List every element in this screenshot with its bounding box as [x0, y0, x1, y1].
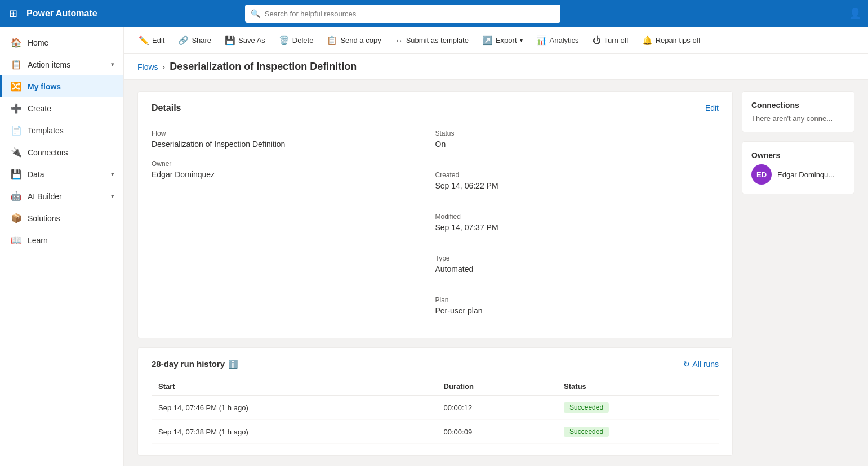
- owner-item: ED Edgar Dominqu...: [751, 164, 845, 185]
- refresh-icon: ↻: [683, 360, 690, 369]
- connectors-icon: 🔌: [11, 147, 22, 158]
- data-icon: 💾: [11, 169, 22, 180]
- sidebar-label-home: Home: [28, 38, 48, 47]
- detail-plan-label: Plan: [435, 296, 719, 304]
- detail-status-value: On: [435, 140, 719, 149]
- chevron-down-icon: ▾: [111, 61, 114, 68]
- edit-icon: ✏️: [139, 35, 149, 46]
- detail-created: Created Sep 14, 06:22 PM: [435, 171, 719, 190]
- learn-icon: 📖: [11, 235, 22, 245]
- breadcrumb-flows-link[interactable]: Flows: [137, 62, 158, 71]
- sidebar-item-ai-builder[interactable]: 🤖 AI Builder ▾: [0, 185, 123, 207]
- turn-off-icon: ⏻: [593, 35, 601, 45]
- detail-status-label: Status: [435, 129, 719, 137]
- status-badge: Succeeded: [564, 427, 609, 437]
- run-duration: 00:00:09: [437, 420, 558, 444]
- detail-type-label: Type: [435, 254, 719, 262]
- detail-status: Status On: [435, 129, 719, 149]
- repair-tips-button[interactable]: 🔔 Repair tips off: [636, 32, 706, 49]
- detail-owner-label: Owner: [152, 160, 435, 168]
- detail-created-label: Created: [435, 171, 719, 179]
- details-left: Flow Deserialization of Inspection Defin…: [152, 129, 435, 326]
- home-icon: 🏠: [11, 37, 22, 48]
- sidebar-item-my-flows[interactable]: 🔀 My flows: [0, 75, 123, 97]
- sidebar-label-learn: Learn: [28, 236, 48, 245]
- detail-flow-label: Flow: [152, 129, 435, 137]
- waffle-icon[interactable]: ⊞: [7, 5, 20, 22]
- run-history-title: 28-day run history: [152, 359, 225, 369]
- table-row[interactable]: Sep 14, 07:38 PM (1 h ago) 00:00:09 Succ…: [152, 420, 719, 444]
- sidebar-item-connectors[interactable]: 🔌 Connectors: [0, 141, 123, 163]
- page-content: Details Edit Flow Deserialization of Ins…: [124, 80, 868, 466]
- sidebar-item-create[interactable]: ➕ Create: [0, 97, 123, 119]
- breadcrumb-separator: ›: [163, 62, 166, 71]
- user-icon[interactable]: 👤: [849, 7, 861, 20]
- solutions-icon: 📦: [11, 213, 22, 223]
- sidebar-label-solutions: Solutions: [28, 214, 60, 223]
- sidebar-label-templates: Templates: [28, 126, 64, 135]
- detail-created-value: Sep 14, 06:22 PM: [435, 181, 719, 190]
- search-input[interactable]: [265, 10, 555, 18]
- details-edit-link[interactable]: Edit: [705, 104, 719, 113]
- detail-owner-value: Edgar Dominquez: [152, 170, 435, 179]
- details-grid: Flow Deserialization of Inspection Defin…: [152, 129, 719, 326]
- detail-plan-value: Per-user plan: [435, 306, 719, 315]
- content-area: ✏️ Edit 🔗 Share 💾 Save As 🗑️ Delete 📋 Se…: [124, 27, 868, 466]
- detail-owner: Owner Edgar Dominquez: [152, 160, 435, 179]
- turn-off-button[interactable]: ⏻ Turn off: [587, 32, 634, 48]
- details-card: Details Edit Flow Deserialization of Ins…: [137, 91, 733, 338]
- send-copy-button[interactable]: 📋 Send a copy: [321, 32, 386, 49]
- avatar: ED: [751, 164, 772, 185]
- detail-modified-label: Modified: [435, 213, 719, 221]
- page-title: Deserialization of Inspection Definition: [170, 61, 357, 73]
- detail-modified-value: Sep 14, 07:37 PM: [435, 223, 719, 232]
- breadcrumb: Flows › Deserialization of Inspection De…: [124, 54, 868, 80]
- sidebar-item-solutions[interactable]: 📦 Solutions: [0, 207, 123, 229]
- sidebar-label-data: Data: [28, 170, 44, 179]
- templates-icon: 📄: [11, 125, 22, 136]
- sidebar-item-home[interactable]: 🏠 Home: [0, 32, 123, 53]
- edit-button[interactable]: ✏️ Edit: [133, 32, 170, 49]
- action-items-icon: 📋: [11, 59, 22, 70]
- export-button[interactable]: ↗️ Export ▾: [477, 32, 528, 49]
- sidebar-item-action-items[interactable]: 📋 Action items ▾: [0, 53, 123, 75]
- detail-flow: Flow Deserialization of Inspection Defin…: [152, 129, 435, 149]
- connections-panel: Connections There aren't any conne...: [742, 91, 854, 132]
- table-row[interactable]: Sep 14, 07:46 PM (1 h ago) 00:00:12 Succ…: [152, 396, 719, 420]
- submit-template-icon: ↔️: [395, 35, 403, 45]
- topbar: ⊞ Power Automate 🔍 👤: [0, 0, 868, 27]
- analytics-icon: 📊: [536, 35, 547, 46]
- sidebar-item-templates[interactable]: 📄 Templates: [0, 119, 123, 141]
- search-bar[interactable]: 🔍: [245, 5, 560, 23]
- save-as-icon: 💾: [225, 35, 235, 46]
- sidebar-label-create: Create: [28, 104, 51, 113]
- save-as-button[interactable]: 💾 Save As: [219, 32, 271, 49]
- all-runs-link[interactable]: ↻ All runs: [683, 360, 719, 369]
- analytics-button[interactable]: 📊 Analytics: [531, 32, 585, 49]
- connections-empty: There aren't any conne...: [751, 114, 845, 123]
- run-history-card: 28-day run history ℹ️ ↻ All runs Start D…: [137, 347, 733, 456]
- detail-flow-value: Deserialization of Inspection Definition: [152, 140, 435, 149]
- sidebar-item-data[interactable]: 💾 Data ▾: [0, 163, 123, 185]
- owners-title: Owners: [751, 151, 845, 160]
- submit-template-button[interactable]: ↔️ Submit as template: [389, 32, 474, 48]
- run-status: Succeeded: [557, 420, 719, 444]
- run-history-table: Start Duration Status Sep 14, 07:46 PM (…: [152, 378, 719, 444]
- detail-plan: Plan Per-user plan: [435, 296, 719, 315]
- app-title: Power Automate: [26, 8, 97, 19]
- col-duration: Duration: [437, 378, 558, 396]
- sidebar-label-ai-builder: AI Builder: [28, 192, 62, 201]
- delete-button[interactable]: 🗑️ Delete: [273, 32, 319, 49]
- search-icon: 🔍: [251, 9, 260, 18]
- run-duration: 00:00:12: [437, 396, 558, 420]
- toolbar: ✏️ Edit 🔗 Share 💾 Save As 🗑️ Delete 📋 Se…: [124, 27, 868, 54]
- run-history-header: 28-day run history ℹ️ ↻ All runs: [152, 359, 719, 369]
- delete-icon: 🗑️: [279, 35, 290, 46]
- run-start: Sep 14, 07:38 PM (1 h ago): [152, 420, 437, 444]
- create-icon: ➕: [11, 103, 22, 114]
- sidebar-item-learn[interactable]: 📖 Learn: [0, 229, 123, 251]
- connections-title: Connections: [751, 101, 845, 110]
- left-column: Details Edit Flow Deserialization of Ins…: [137, 91, 733, 455]
- share-button[interactable]: 🔗 Share: [172, 32, 217, 49]
- run-start: Sep 14, 07:46 PM (1 h ago): [152, 396, 437, 420]
